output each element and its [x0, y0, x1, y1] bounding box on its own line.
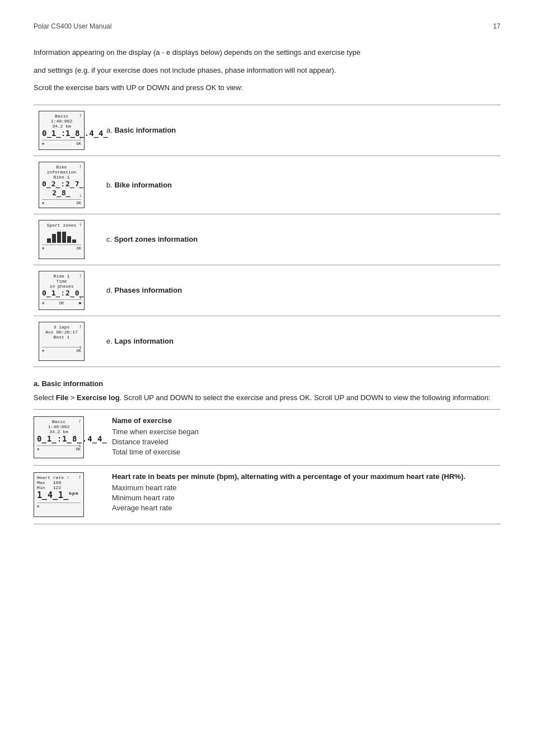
detail-row-name: ↑ Basic 1:40:002 34.2 km 0̲1̲:1̲8̲.4̲4̲ … [34, 410, 500, 466]
row-basic: ↑ Basic 1:40:002 34.2 km 0̲1̲:1̲8̲.4̲4̲ … [34, 105, 500, 156]
hr-avg-line: Average heart rate [112, 504, 500, 512]
hr-title: Heart rate in beats per minute (bpm), al… [112, 472, 500, 481]
label-laps: e. Laps information [106, 337, 500, 345]
scroll-instruction: Scroll the exercise bars with UP or DOWN… [34, 82, 500, 93]
device-hr-detail: ↑ Heart rate ↑ Max 160 Min 122 1̲4̲1̲bpm… [34, 472, 101, 517]
intro-line1: Information appearing on the display (a … [34, 47, 500, 58]
file-link: File [56, 393, 68, 402]
detail-info-name: Name of exercise Time when exercise bega… [112, 416, 500, 458]
exercise-distance-line: Distance traveled [112, 438, 500, 446]
basic-detail-table: ↑ Basic 1:40:002 34.2 km 0̲1̲:1̲8̲.4̲4̲ … [34, 409, 500, 524]
row-laps: ↑ 3 laps Avs 00:20:17 Best 1 ↓ ⊕ OK e. L… [34, 316, 500, 367]
label-basic: a. Basic information [106, 126, 500, 134]
exercise-log-link: Exercise log [77, 393, 120, 402]
sport-zones-bars [42, 229, 81, 243]
row-phases: ↑ Ride 1 Time in phases 0̲1̲:2̲0̲ ↓ ⊕ OK… [34, 265, 500, 316]
hr-max-line: Maximum heart rate [112, 483, 500, 492]
device-basic: ↑ Basic 1:40:002 34.2 km 0̲1̲:1̲8̲.4̲4̲ … [34, 111, 90, 150]
exercise-name-title: Name of exercise [112, 416, 500, 425]
intro-line2: and settings (e.g. if your exercise does… [34, 65, 500, 76]
detail-row-hr: ↑ Heart rate ↑ Max 160 Min 122 1̲4̲1̲bpm… [34, 466, 500, 524]
label-phases: d. Phases information [106, 286, 500, 294]
manual-title: Polar CS400 User Manual [34, 22, 111, 30]
device-phases: ↑ Ride 1 Time in phases 0̲1̲:2̲0̲ ↓ ⊕ OK… [34, 271, 90, 310]
basic-info-heading: a. Basic information [34, 379, 500, 388]
detail-info-hr: Heart rate in beats per minute (bpm), al… [112, 472, 500, 514]
device-laps: ↑ 3 laps Avs 00:20:17 Best 1 ↓ ⊕ OK [34, 322, 90, 361]
label-bike: b. Bike information [106, 181, 500, 189]
hr-min-line: Minimum heart rate [112, 494, 500, 502]
row-sport-zones: ↑ Sport zones ⊕ OK c. Sport zones inform… [34, 214, 500, 265]
row-bike: ↑ Bike information Bike 1 0̲2̲:2̲7̲ 2̲8̲… [34, 156, 500, 214]
label-sport-zones: c. Sport zones information [106, 235, 500, 243]
exercise-time-line: Time when exercise began [112, 428, 500, 436]
device-basic-detail: ↑ Basic 1:40:002 34.2 km 0̲1̲:1̲8̲.4̲4̲ … [34, 416, 101, 458]
info-display-table: ↑ Basic 1:40:002 34.2 km 0̲1̲:1̲8̲.4̲4̲ … [34, 105, 500, 367]
device-sport-zones: ↑ Sport zones ⊕ OK [34, 220, 90, 259]
basic-info-body: Select File > Exercise log. Scroll UP an… [34, 392, 500, 404]
exercise-total-time-line: Total time of exercise [112, 448, 500, 456]
device-bike: ↑ Bike information Bike 1 0̲2̲:2̲7̲ 2̲8̲… [34, 162, 90, 208]
page-number: 17 [493, 22, 500, 30]
